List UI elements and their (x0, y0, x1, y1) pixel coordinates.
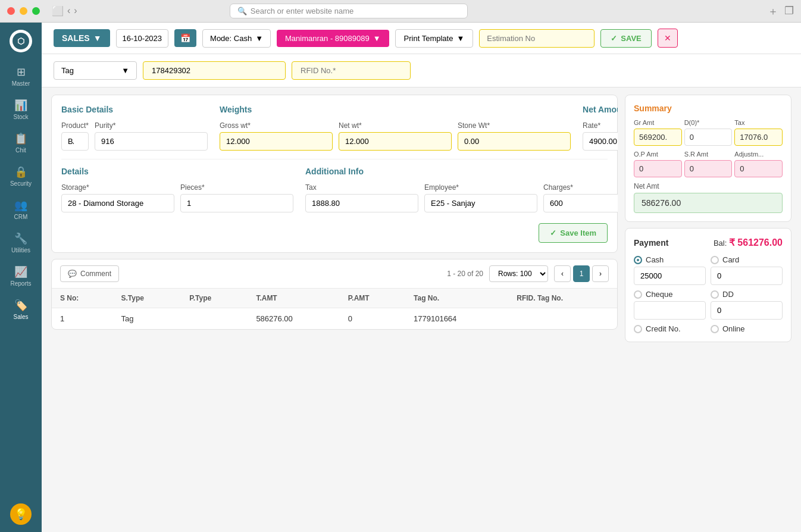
sidebar-item-reports[interactable]: 📈 Reports (0, 261, 42, 292)
sidebar-item-chit[interactable]: 📋 Chit (0, 127, 42, 158)
cell-stype: Tag (112, 308, 181, 330)
additional-info-section: Additional Info Tax Employee* (305, 167, 618, 212)
rate-field: Rate* (583, 121, 618, 151)
close-button[interactable] (7, 7, 15, 15)
customer-button[interactable]: Manimanran - 89089089 ▼ (277, 30, 389, 47)
prev-page-button[interactable]: ‹ (554, 265, 571, 282)
print-label: Print Template (404, 34, 453, 43)
cell-tamt: 586276.00 (248, 308, 339, 330)
cheque-radio[interactable] (634, 290, 642, 299)
main-area: Basic Details Product* BABY CHAIN (42, 87, 801, 532)
summary-card: Summary Gr Amt D(0)* Tax 569200. 0 17076… (625, 95, 791, 222)
estimation-input[interactable] (479, 29, 595, 48)
calendar-button[interactable]: 📅 (174, 29, 196, 47)
comment-icon: 💬 (68, 270, 77, 278)
page-1-button[interactable]: 1 (573, 265, 590, 282)
add-tab-icon[interactable]: ＋ (768, 4, 778, 18)
tag-type-dropdown[interactable]: Tag ▼ (54, 61, 137, 80)
address-bar[interactable]: 🔍 Search or enter website name (230, 4, 468, 18)
card-radio[interactable] (711, 256, 719, 264)
forward-icon[interactable]: › (74, 5, 77, 17)
product-select[interactable]: BABY CHAIN (61, 132, 89, 151)
product-field: Product* BABY CHAIN (61, 121, 89, 151)
basic-details-section: Basic Details Product* BABY CHAIN (61, 105, 208, 151)
gr-amt-value: 569200. (634, 129, 682, 146)
sidebar-item-sales[interactable]: 🏷️ Sales (0, 294, 42, 325)
item-form-card: Basic Details Product* BABY CHAIN (51, 95, 618, 253)
sidebar-item-security[interactable]: 🔒 Security (0, 161, 42, 192)
d0-value[interactable]: 0 (684, 129, 733, 146)
credit-radio[interactable] (634, 325, 642, 333)
cheque-input[interactable] (634, 301, 706, 320)
storage-input[interactable] (61, 194, 174, 212)
purity-label: Purity* (95, 121, 208, 130)
next-page-button[interactable]: › (592, 265, 609, 282)
mode-label: Mode: Cash (210, 34, 252, 43)
tax-header: Tax (734, 119, 783, 126)
adjustm-value[interactable]: 0 (734, 160, 783, 177)
payment-balance: Bal: ₹ 561276.00 (714, 237, 783, 248)
rfid-input[interactable] (292, 61, 411, 80)
net-wt-input[interactable] (339, 132, 452, 151)
sidebar-item-master[interactable]: ⊞ Master (0, 61, 42, 92)
op-amt-value[interactable]: 0 (634, 160, 682, 177)
table-header-row: S No: S.Type P.Type T.AMT P.AMT Tag No. … (52, 289, 617, 308)
sidebar-bottom: 💡 (10, 503, 32, 525)
gross-wt-input[interactable] (220, 132, 333, 151)
left-panel: Basic Details Product* BABY CHAIN (51, 95, 618, 525)
save-label: SAVE (621, 34, 641, 43)
minimize-button[interactable] (20, 7, 27, 15)
table-row[interactable]: 1 Tag 586276.00 0 1779101664 (52, 308, 617, 330)
tax-input[interactable] (305, 194, 418, 212)
cash-input[interactable] (634, 267, 706, 285)
rows-per-page-dropdown[interactable]: Rows: 100 (489, 265, 548, 282)
summary-pink-row: 0 0 0 (634, 160, 783, 177)
summary-second-header: O.P Amt S.R Amt Adjustm... (634, 151, 783, 158)
back-icon[interactable]: ‹ (67, 5, 70, 17)
maximize-button[interactable] (32, 7, 40, 15)
cheque-option: Cheque (634, 290, 706, 320)
save-button[interactable]: ✓ SAVE (600, 29, 651, 48)
sr-amt-value[interactable]: 0 (684, 160, 733, 177)
card-input[interactable] (711, 267, 783, 285)
charges-field: Charges* (543, 183, 618, 212)
theme-toggle-button[interactable]: 💡 (10, 503, 32, 525)
windows-icon[interactable]: ❐ (784, 4, 794, 18)
mode-dropdown[interactable]: Mode: Cash ▼ (202, 29, 271, 48)
rate-input[interactable] (583, 132, 618, 151)
online-radio[interactable] (711, 325, 719, 333)
search-row: Tag ▼ (42, 54, 801, 87)
nav-icons: ⬜ ‹ › (52, 5, 77, 17)
dd-input[interactable] (711, 301, 783, 320)
credit-label: Credit No. (646, 324, 681, 333)
cash-radio[interactable] (634, 256, 642, 264)
sidebar-item-utilities[interactable]: 🔧 Utilities (0, 227, 42, 258)
sidebar-item-crm[interactable]: 👥 CRM (0, 194, 42, 225)
details-section: Details Storage* Pieces* (61, 167, 293, 212)
summary-header: Gr Amt D(0)* Tax (634, 119, 783, 126)
pieces-input[interactable] (180, 194, 293, 212)
sales-dropdown-button[interactable]: SALES ▼ (54, 29, 110, 47)
dd-radio[interactable] (711, 290, 719, 299)
date-value: 16-10-2023 (123, 34, 162, 43)
save-item-button[interactable]: ✓ Save Item (539, 223, 608, 243)
top-toolbar: SALES ▼ 16-10-2023 📅 Mode: Cash ▼ Manima… (42, 23, 801, 54)
stone-wt-input[interactable] (458, 132, 571, 151)
print-template-button[interactable]: Print Template ▼ (395, 29, 474, 48)
rows-select[interactable]: Rows: 100 (489, 265, 548, 282)
charges-input[interactable] (543, 194, 618, 212)
print-dropdown-icon: ▼ (456, 34, 464, 43)
tax-label: Tax (305, 183, 418, 192)
stone-wt-field: Stone Wt* (458, 121, 571, 151)
employee-input[interactable] (424, 194, 537, 212)
card-label: Card (722, 255, 739, 264)
table-header: S No: S.Type P.Type T.AMT P.AMT Tag No. … (52, 289, 617, 308)
col-tagno: Tag No. (405, 289, 508, 308)
sales-label: SALES (62, 33, 90, 43)
comment-button[interactable]: 💬 Comment (60, 265, 119, 282)
purity-input[interactable]: 916 (95, 132, 208, 151)
sidebar-toggle-icon[interactable]: ⬜ (52, 5, 64, 17)
sidebar-item-stock[interactable]: 📊 Stock (0, 94, 42, 125)
tag-number-input[interactable] (143, 61, 286, 80)
cancel-button[interactable]: ✕ (658, 29, 678, 48)
